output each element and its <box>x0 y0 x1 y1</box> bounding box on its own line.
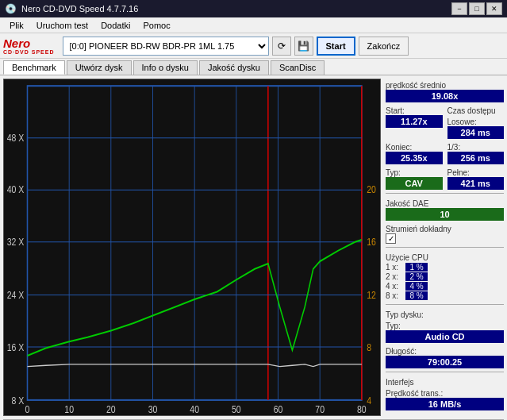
interface-label: Interfejs <box>386 378 504 387</box>
cpu-4x-label: 4 x: <box>386 282 403 291</box>
svg-text:12: 12 <box>367 288 376 301</box>
svg-text:40: 40 <box>190 403 199 415</box>
svg-text:8: 8 <box>367 341 371 354</box>
tab-scandisc[interactable]: ScanDisc <box>271 60 325 75</box>
random-label: Losowe: <box>447 118 505 126</box>
cpu-1x-value: 1 % <box>405 263 428 272</box>
svg-text:70: 70 <box>315 403 325 415</box>
refresh-icon[interactable]: ⟳ <box>272 37 291 56</box>
svg-text:8 X: 8 X <box>11 395 24 407</box>
divider-2 <box>386 247 504 248</box>
svg-text:10: 10 <box>64 403 74 415</box>
svg-text:16: 16 <box>367 235 376 248</box>
cpu-2x-value: 2 % <box>405 272 428 281</box>
cpu-4x-value: 4 % <box>405 282 428 291</box>
svg-text:32 X: 32 X <box>7 235 25 248</box>
cpu-8x-row: 8 x: 8 % <box>386 291 504 300</box>
tab-utworz[interactable]: Utwórz dysk <box>67 60 132 75</box>
end-label: Koniec: <box>386 143 443 152</box>
cpu-2x-row: 2 x: 2 % <box>386 272 504 281</box>
start-col: Start: 11.27x <box>386 104 443 139</box>
start-end-section: Start: 11.27x Czas dostępu Losowe: 284 m… <box>386 104 504 139</box>
toolbar: Nero CD·DVD SPEED [0:0] PIONEER BD-RW BD… <box>0 33 507 59</box>
menu-bar: Plik Uruchom test Dodatki Pomoc <box>0 17 507 33</box>
cpu-4x-row: 4 x: 4 % <box>386 282 504 291</box>
disc-type-sub: Typ: <box>386 322 504 330</box>
divider-1 <box>386 193 504 194</box>
maximize-button[interactable]: □ <box>469 2 485 15</box>
full-section: Typ: CAV Pełne: 421 ms <box>386 166 504 190</box>
svg-text:30: 30 <box>148 403 158 415</box>
type-value: CAV <box>386 177 443 190</box>
zakoncz-button[interactable]: Zakończ <box>359 37 409 56</box>
speed-value: 19.08x <box>386 90 504 102</box>
start-label: Start: <box>386 106 443 115</box>
dae-value: 10 <box>386 208 504 221</box>
app-title: Nero CD-DVD Speed 4.7.7.16 <box>21 4 138 13</box>
interface-section: Interfejs Prędkość trans.: 16 MB/s <box>386 376 504 410</box>
svg-text:4: 4 <box>367 395 371 407</box>
menu-pomoc[interactable]: Pomoc <box>136 20 176 31</box>
minimize-button[interactable]: − <box>451 2 467 15</box>
access-col: Czas dostępu Losowe: 284 ms <box>447 104 505 139</box>
chart-svg: 8 X 16 X 24 X 32 X 40 X 48 X 4 8 12 16 2… <box>4 79 380 415</box>
svg-text:60: 60 <box>274 403 283 415</box>
svg-text:0: 0 <box>25 403 30 415</box>
divider-4 <box>386 372 504 372</box>
third-col: 1/3: 256 ms <box>447 141 505 164</box>
svg-text:20: 20 <box>367 183 376 196</box>
title-bar-icon: 💿 <box>5 3 17 14</box>
menu-plik[interactable]: Plik <box>3 20 30 31</box>
close-button[interactable]: ✕ <box>486 2 502 15</box>
access-label: Czas dostępu <box>447 106 505 115</box>
tabs-bar: Benchmark Utwórz dysk Info o dysku Jakoś… <box>0 59 507 75</box>
third-label: 1/3: <box>447 143 505 152</box>
svg-text:50: 50 <box>232 403 241 415</box>
random-value: 284 ms <box>447 126 505 139</box>
disc-section: Typ dysku: Typ: Audio CD <box>386 308 504 343</box>
tab-info[interactable]: Info o dysku <box>133 60 198 75</box>
full-label: Pełne: <box>447 168 505 177</box>
title-bar: 💿 Nero CD-DVD Speed 4.7.7.16 − □ ✕ <box>0 0 507 17</box>
speed-section: prędkość średnio 19.08x <box>386 79 504 102</box>
save-icon[interactable]: 💾 <box>294 37 313 56</box>
svg-text:48 X: 48 X <box>7 131 25 144</box>
type-col: Typ: CAV <box>386 166 443 190</box>
duration-value: 79:00.25 <box>386 356 504 368</box>
drive-select[interactable]: [0:0] PIONEER BD-RW BDR-PR 1ML 1.75 <box>63 37 269 56</box>
chart-area: 8 X 16 X 24 X 32 X 40 X 48 X 4 8 12 16 2… <box>3 79 381 416</box>
cpu-8x-label: 8 x: <box>386 291 403 300</box>
cpu-1x-row: 1 x: 1 % <box>386 263 504 272</box>
type-label: Typ: <box>386 168 443 177</box>
tab-benchmark[interactable]: Benchmark <box>3 60 65 75</box>
svg-text:80: 80 <box>357 403 367 415</box>
divider-3 <box>386 304 504 305</box>
stream-checkbox[interactable]: ✓ <box>386 233 396 244</box>
end-col: Koniec: 25.35x <box>386 141 443 164</box>
end-full-section: Koniec: 25.35x 1/3: 256 ms <box>386 141 504 164</box>
full-value: 421 ms <box>447 177 505 190</box>
cpu-label: Użycie CPU <box>386 253 504 262</box>
nero-logo: Nero CD·DVD SPEED <box>3 37 55 55</box>
main-content: 8 X 16 X 24 X 32 X 40 X 48 X 4 8 12 16 2… <box>0 75 507 419</box>
speed-label: prędkość średnio <box>386 81 504 90</box>
stats-panel: prędkość średnio 19.08x Start: 11.27x Cz… <box>384 75 507 419</box>
menu-dodatki[interactable]: Dodatki <box>94 20 136 31</box>
cpu-section: Użycie CPU 1 x: 1 % 2 x: 2 % 4 x: 4 % 8 … <box>386 251 504 301</box>
svg-text:24 X: 24 X <box>7 288 25 301</box>
dae-section: Jakość DAE 10 <box>386 197 504 221</box>
stream-label: Strumień dokładny <box>386 225 504 233</box>
nero-subtext: CD·DVD SPEED <box>3 49 55 55</box>
nero-text: Nero <box>3 37 55 49</box>
start-value: 11.27x <box>386 115 443 128</box>
disc-type-value: Audio CD <box>386 330 504 343</box>
transfer-value: 16 MB/s <box>386 398 504 410</box>
menu-uruchom[interactable]: Uruchom test <box>30 20 94 31</box>
stream-check-row: ✓ <box>386 233 504 244</box>
end-value: 25.35x <box>386 152 443 164</box>
stream-section: Strumień dokładny ✓ <box>386 222 504 244</box>
cpu-8x-value: 8 % <box>405 291 428 300</box>
tab-jakosc[interactable]: Jakość dysku <box>199 60 269 75</box>
start-button[interactable]: Start <box>317 37 355 56</box>
cpu-2x-label: 2 x: <box>386 272 403 281</box>
